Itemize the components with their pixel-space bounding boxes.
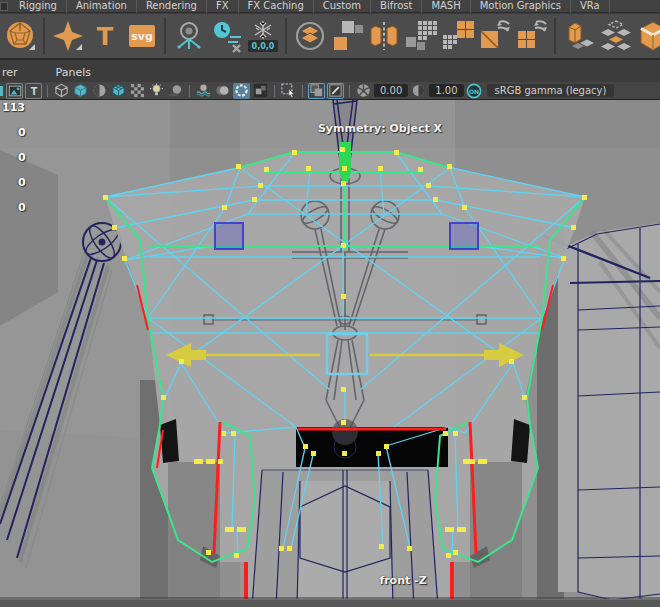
svg-text:ON: ON	[469, 87, 479, 94]
clipped-icon	[0, 84, 4, 98]
right-blue-component-box	[450, 223, 478, 249]
anti-aliasing-button[interactable]	[252, 83, 269, 99]
sparkle-button[interactable]	[49, 16, 86, 56]
spin-edge-icon	[515, 19, 549, 53]
lighting-button[interactable]	[148, 83, 165, 99]
sparkle-icon	[51, 19, 85, 53]
shelf-separator	[164, 18, 166, 54]
use-default-material-button[interactable]	[129, 83, 146, 99]
image-plane-button[interactable]	[6, 83, 23, 99]
time-reset-button[interactable]	[207, 16, 244, 56]
layered-squares-icon	[309, 83, 324, 98]
2d-text-button[interactable]: T	[25, 83, 42, 99]
camera-name-label: front -Z	[379, 574, 426, 587]
contrast-icon	[411, 83, 426, 98]
poly-sphere-button[interactable]	[2, 16, 39, 56]
extrude-button[interactable]	[560, 16, 597, 56]
3d-viewport[interactable]: 113 0 0 0 0 Symmetry: Object X front -Z	[0, 100, 660, 607]
shaded-mode-button[interactable]	[72, 83, 89, 99]
freeze-transform-icon: 0,0,0	[246, 19, 280, 53]
ao-ring-icon	[234, 83, 249, 98]
window-icon	[0, 2, 8, 11]
grease-pencil-button[interactable]	[327, 83, 344, 99]
shelf-separator	[43, 18, 45, 54]
menu-fx-caching[interactable]: FX Caching	[239, 0, 314, 13]
view-transform-selector[interactable]: sRGB gamma (legacy)	[487, 84, 615, 97]
wire-on-shaded-cube-icon	[111, 83, 126, 98]
hud-count-4: 0	[18, 201, 26, 214]
left-blue-component-box	[215, 223, 243, 249]
gamma-toggle-button[interactable]	[410, 83, 427, 99]
combine-button[interactable]	[328, 16, 365, 56]
subdivide-button[interactable]	[439, 16, 476, 56]
spin-edge-button[interactable]	[513, 16, 550, 56]
smooth-icon	[404, 19, 438, 53]
center-pivot-icon	[293, 19, 327, 53]
panel-menu-bar: rer Panels	[0, 62, 660, 82]
motion-blur-icon	[215, 83, 230, 98]
mirror-button[interactable]	[365, 16, 402, 56]
extrude-icon	[562, 19, 596, 53]
wireframe-mode-button[interactable]	[53, 83, 70, 99]
menu-animation[interactable]: Animation	[67, 0, 137, 13]
ocean-sphere-icon	[196, 83, 211, 98]
menu-fx[interactable]: FX	[207, 0, 239, 13]
textured-sphere-icon	[92, 83, 107, 98]
exposure-toggle-button[interactable]	[355, 83, 372, 99]
svg-text:svg: svg	[131, 30, 153, 43]
shadows-button[interactable]	[167, 83, 184, 99]
viewport-canvas[interactable]	[0, 100, 660, 607]
panel-menu-renderer[interactable]: rer	[0, 66, 28, 79]
reverse-normals-button[interactable]	[476, 16, 513, 56]
construction-locator-button[interactable]	[170, 16, 207, 56]
svg-tool-button[interactable]: svg	[123, 16, 160, 56]
time-reset-icon	[209, 19, 243, 53]
wireframe-on-shaded-button[interactable]	[110, 83, 127, 99]
svg-text:T: T	[30, 85, 37, 96]
quad-tiles-button[interactable]	[597, 16, 634, 56]
center-pivot-button[interactable]	[291, 16, 328, 56]
wireframe-cube-icon	[54, 83, 69, 98]
symmetry-status-label: Symmetry: Object X	[318, 122, 442, 135]
motion-blur-button[interactable]	[214, 83, 231, 99]
shadow-sphere-icon	[168, 83, 183, 98]
type-tool-button[interactable]: T	[86, 16, 123, 56]
isolate-select-button[interactable]	[280, 83, 297, 99]
ambient-occlusion-button[interactable]	[233, 83, 250, 99]
textured-mode-button[interactable]	[91, 83, 108, 99]
panel-menu-panels[interactable]: Panels	[46, 66, 101, 79]
toolbar-separator	[47, 85, 48, 97]
multisample-icon	[253, 83, 268, 98]
layered-view-button[interactable]	[308, 83, 325, 99]
menu-bifrost[interactable]: Bifrost	[371, 0, 422, 13]
exposure-field[interactable]: 0.00	[374, 84, 408, 97]
on-badge-icon: ON	[466, 83, 482, 99]
gamma-field[interactable]: 1.00	[429, 84, 463, 97]
menu-mash[interactable]: MASH	[422, 0, 470, 13]
viewport-bottom-bar	[0, 599, 660, 607]
color-management-toggle[interactable]: ON	[466, 83, 483, 99]
shaded-cube-icon	[73, 83, 88, 98]
hud-count-3: 0	[18, 176, 26, 189]
svg-tool-icon: svg	[125, 19, 159, 53]
hud-count-1: 0	[18, 126, 26, 139]
clipped-toolbar-button[interactable]	[0, 83, 4, 99]
menu-rendering[interactable]: Rendering	[137, 0, 207, 13]
combine-icon	[330, 19, 364, 53]
menu-rigging[interactable]: Rigging	[10, 0, 67, 13]
smooth-button[interactable]	[402, 16, 439, 56]
construction-locator-icon	[172, 19, 206, 53]
subdivide-icon	[441, 19, 475, 53]
menu-vray[interactable]: VRa	[571, 0, 610, 13]
aperture-icon	[356, 83, 371, 98]
svg-text:0,0,0: 0,0,0	[251, 42, 274, 51]
menu-custom[interactable]: Custom	[314, 0, 371, 13]
menu-motion-graphics[interactable]: Motion Graphics	[471, 0, 571, 13]
svg-text:T: T	[96, 23, 113, 51]
freeze-transform-button[interactable]: 0,0,0	[244, 16, 281, 56]
ocean-button[interactable]	[195, 83, 212, 99]
mirror-icon	[367, 19, 401, 53]
lightbulb-icon	[149, 83, 164, 98]
quad-tiles-icon	[599, 19, 633, 53]
bevel-button[interactable]	[634, 16, 660, 56]
